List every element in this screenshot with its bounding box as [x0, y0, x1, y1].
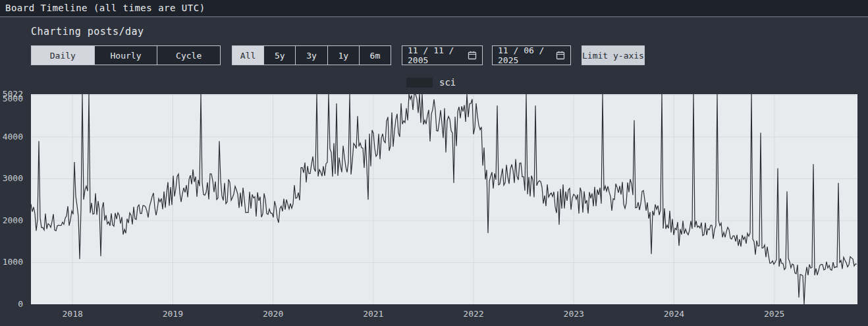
date-to-input[interactable]: 11 / 06 / 2025 — [492, 45, 571, 65]
date-to-value: 11 / 06 / 2025 — [498, 45, 556, 65]
y-tick-label: 4000 — [0, 132, 28, 142]
x-tick-label: 2025 — [753, 309, 796, 319]
range-button-6m[interactable]: 6m — [359, 46, 391, 65]
legend-label: sci — [439, 77, 456, 88]
date-from-value: 11 / 11 / 2005 — [408, 45, 468, 65]
y-tick-label: 1000 — [0, 257, 28, 267]
range-button-1y[interactable]: 1y — [327, 46, 359, 65]
range-button-5y[interactable]: 5y — [263, 46, 295, 65]
chart-heading: Charting posts/day — [31, 26, 144, 38]
legend-item-sci[interactable]: sci — [406, 77, 456, 88]
calendar-icon[interactable] — [468, 51, 477, 60]
x-tick-label: 2021 — [352, 309, 394, 319]
legend-swatch — [406, 78, 433, 88]
y-tick-label: 2000 — [0, 215, 28, 225]
range-toggle-group: All5y3y1y6m — [232, 45, 391, 65]
y-tick-label: 5022 — [0, 89, 28, 99]
mode-button-daily[interactable]: Daily — [32, 46, 94, 65]
date-from-input[interactable]: 11 / 11 / 2005 — [402, 45, 483, 65]
range-button-3y[interactable]: 3y — [295, 46, 327, 65]
x-tick-label: 2023 — [553, 309, 595, 319]
limit-y-axis-button[interactable]: Limit y-axis — [582, 45, 645, 65]
sci-series-line — [31, 94, 857, 304]
calendar-icon[interactable] — [556, 51, 565, 60]
x-tick-label: 2020 — [252, 309, 294, 319]
page-title: Board Timeline (all times are UTC) — [5, 3, 205, 13]
mode-toggle-group: DailyHourlyCycle — [31, 45, 221, 65]
x-tick-label: 2019 — [151, 309, 194, 319]
chart-canvas[interactable] — [31, 94, 857, 304]
x-tick-label: 2024 — [653, 309, 695, 319]
mode-button-cycle[interactable]: Cycle — [157, 46, 220, 65]
y-tick-label: 0 — [0, 299, 28, 309]
chart-plot-area[interactable] — [31, 94, 857, 304]
range-button-all[interactable]: All — [232, 46, 263, 65]
y-tick-label: 3000 — [0, 173, 28, 183]
mode-button-hourly[interactable]: Hourly — [94, 46, 157, 65]
x-tick-label: 2022 — [452, 309, 495, 319]
app-titlebar: Board Timeline (all times are UTC) — [0, 0, 868, 17]
x-tick-label: 2018 — [51, 309, 94, 319]
